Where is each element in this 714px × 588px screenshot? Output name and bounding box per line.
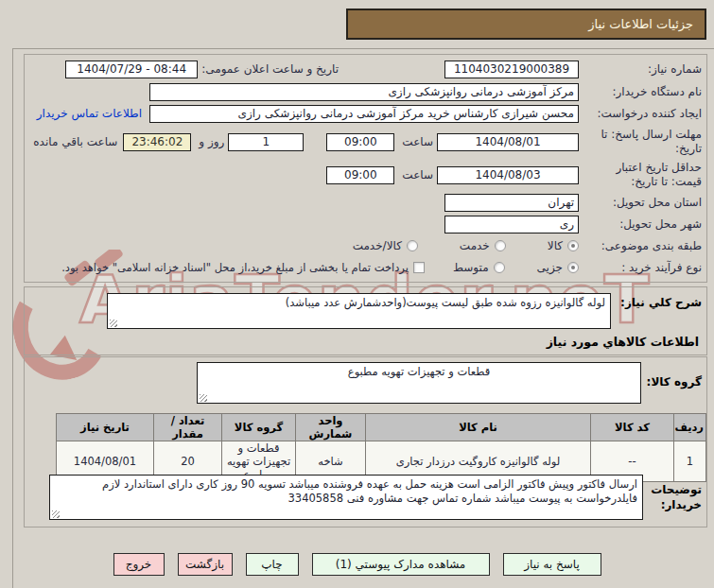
need-description-textarea[interactable]: لوله گالوانیزه رزوه شده طبق لیست پیوست(و… [107,293,611,329]
cell-row-number: 1 [674,441,706,482]
process-option-medium[interactable]: متوسط [453,261,505,274]
goods-table: ردیف کد کالا نام کالا واحد شمارش گروه کا… [56,413,706,482]
need-info-groupbox: شماره نیاز: 1104030219000389 تاریخ و ساع… [24,54,707,283]
purchase-process-label: نوع فرآیند خرید : [579,261,702,275]
exit-button[interactable]: خروج [113,553,165,576]
col-goods-name: نام کالا [366,414,591,441]
announce-datetime-label: تاریخ و ساعت اعلان عمومی: [198,62,339,76]
col-quantity: تعداد / مقدار [154,414,222,441]
view-attached-docs-button[interactable]: مشاهده مدارک پیوستي (1) [312,553,490,576]
remaining-hours-field: 23:46:02 [123,133,191,151]
goods-info-groupbox: گروه کالا: قطعات و تجهیزات تهویه مطبوع ر… [24,356,707,527]
page-title-text: جزئیات اطلاعات نیاز [588,17,693,31]
buyer-org-field[interactable]: مرکز آموزشی درمانی روانپزشکی رازی [149,83,579,101]
delivery-city-field[interactable]: ری [444,216,579,233]
response-deadline-label: مهلت ارسال پاسخ: تا تاریخ: [579,128,702,156]
goods-group-field[interactable]: قطعات و تجهیزات تهویه مطبوع [197,362,641,404]
purchase-process-row: نوع فرآیند خرید : جزیی متوسط پرداخت تمام… [26,258,702,277]
classification-option-service[interactable]: خدمت [460,239,506,252]
request-creator-label: ایجاد کننده درخواست: [579,107,702,121]
col-row-number: ردیف [674,414,706,441]
deadline-time-field[interactable]: 09:00 [326,133,394,151]
col-goods-group: گروه کالا [222,414,296,441]
radio-icon[interactable] [407,240,418,251]
need-description-row: شرح کلي نیاز: لوله گالوانیزه رزوه شده طب… [26,293,702,331]
delivery-province-label: استان محل تحویل: [579,196,702,210]
subject-classification-row: طبقه بندی موضوعی: کالا خدمت کالا/خدمت [26,236,702,255]
goods-group-label: گروه کالا: [641,362,702,389]
request-creator-field[interactable]: محسن شیرازی کارشناس خرید مرکز آموزشی درم… [149,105,579,123]
need-number-field[interactable]: 1104030219000389 [444,61,579,78]
frame-top-line [12,48,714,49]
validity-hour-label: ساعت [398,168,433,182]
frame-left-line [12,48,13,588]
page-title: جزئیات اطلاعات نیاز [346,9,706,40]
delivery-province-row: استان محل تحویل: تهران [26,193,702,212]
need-number-row: شماره نیاز: 1104030219000389 تاریخ و ساع… [26,60,702,78]
deadline-hour-label: ساعت [398,135,433,148]
goods-table-header-row: ردیف کد کالا نام کالا واحد شمارش گروه کا… [57,414,706,441]
goods-group-row: گروه کالا: قطعات و تجهیزات تهویه مطبوع [26,362,702,407]
request-creator-row: ایجاد کننده درخواست: محسن شیرازی کارشناس… [26,104,702,123]
buyer-org-row: نام دستگاه خریدار: مرکز آموزشی درمانی رو… [26,82,702,101]
buyer-notes-row: توضیحات خریدار: ارسال فاکتور وپیش فاکتور… [26,475,702,522]
price-validity-row: حداقل تاریخ اعتبار قیمت: تا تاریخ: 1404/… [26,159,702,191]
delivery-city-row: شهر محل تحویل: ری [26,215,702,233]
need-number-label: شماره نیاز: [579,62,702,77]
buyer-contact-link[interactable]: اطلاعات تماس خریدار [37,107,142,120]
buyer-notes-textarea[interactable]: ارسال فاکتور وپیش فاکتور الزامی است هزین… [49,475,643,520]
delivery-province-field[interactable]: تهران [444,194,579,212]
price-validity-label: حداقل تاریخ اعتبار قیمت: تا تاریخ: [579,161,702,189]
remaining-days-label: روز و [195,135,224,148]
col-unit: واحد شمارش [296,414,366,441]
col-goods-code: کد کالا [591,414,674,441]
validity-time-field[interactable]: 09:00 [326,166,394,184]
deadline-date-field[interactable]: 1404/08/01 [437,133,579,151]
goods-table-wrap: ردیف کد کالا نام کالا واحد شمارش گروه کا… [56,413,706,482]
announce-datetime-field[interactable]: 1404/07/29 - 08:44 [65,61,198,78]
action-buttons-bar: پاسخ به نیاز مشاهده مدارک پیوستي (1) چاپ… [0,553,714,576]
radio-icon[interactable] [567,240,579,251]
col-need-date: تاریخ نیاز [57,414,154,441]
subject-classification-label: طبقه بندی موضوعی: [579,239,702,253]
radio-icon[interactable] [494,262,505,273]
need-description-groupbox: شرح کلي نیاز: لوله گالوانیزه رزوه شده طب… [24,286,707,355]
print-button[interactable]: چاپ [246,553,299,576]
process-option-minor[interactable]: جزیی [537,261,579,274]
delivery-city-label: شهر محل تحویل: [579,217,702,232]
remaining-days-field[interactable]: 1 [228,133,304,151]
buyer-org-label: نام دستگاه خریدار: [579,85,702,99]
need-description-label: شرح کلي نیاز: [611,293,702,309]
need-details-page: { "title": "جزئیات اطلاعات نیاز", "form"… [0,0,714,588]
response-deadline-row: مهلت ارسال پاسخ: تا تاریخ: 1404/08/01 سا… [26,126,702,158]
radio-icon[interactable] [567,262,579,273]
treasury-payment-option[interactable]: پرداخت تمام یا بخشی از مبلغ خرید،از محل … [61,261,425,274]
validity-date-field[interactable]: 1404/08/03 [437,166,579,184]
remaining-hours-label: ساعت باقي مانده [29,135,117,148]
resize-handle-icon[interactable] [200,394,207,402]
resize-handle-icon[interactable] [52,510,60,518]
radio-icon[interactable] [495,240,506,251]
checkbox-icon[interactable] [413,262,425,273]
classification-option-goods-service[interactable]: کالا/خدمت [353,239,418,252]
respond-to-need-button[interactable]: پاسخ به نیاز [503,553,601,576]
classification-option-goods[interactable]: کالا [548,239,579,252]
goods-info-heading: اطلاعات کالاهاي مورد نیاز [547,335,699,349]
back-button[interactable]: بازگشت [178,553,233,576]
resize-handle-icon[interactable] [110,320,117,327]
